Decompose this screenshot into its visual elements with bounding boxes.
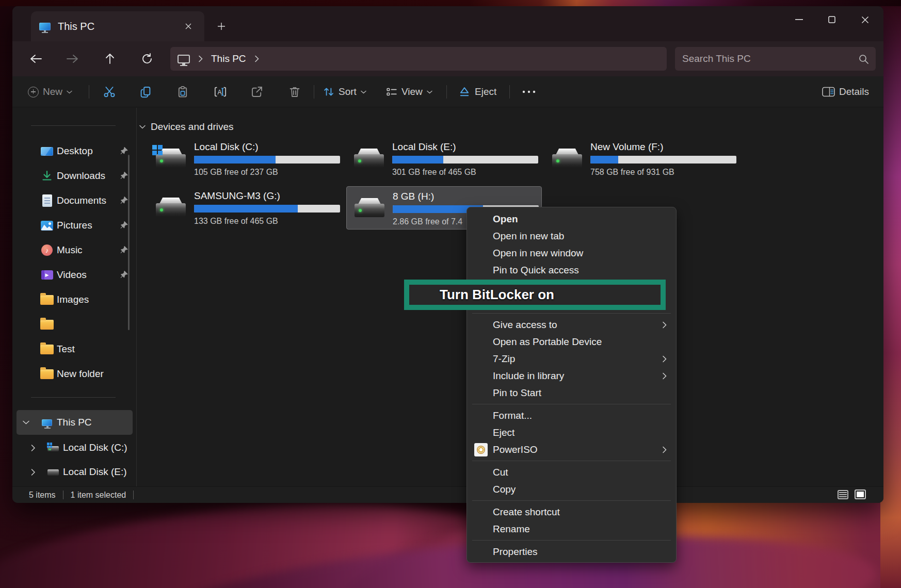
- refresh-button[interactable]: [137, 50, 157, 68]
- sidebar-tree-this-pc[interactable]: This PC: [17, 410, 133, 435]
- menu-item-create-shortcut[interactable]: Create shortcut: [467, 503, 676, 520]
- paste-icon: [176, 86, 189, 98]
- menu-item-open-as-portable-device[interactable]: Open as Portable Device: [467, 333, 676, 350]
- sidebar-item-videos[interactable]: ▶ Videos: [17, 263, 133, 287]
- file-explorer-window: This PC: [12, 6, 883, 503]
- menu-item-7zip[interactable]: 7-Zip: [467, 350, 676, 367]
- paste-button[interactable]: [176, 76, 189, 107]
- hard-drive-icon: [355, 198, 384, 220]
- status-selection-count: 1 item selected: [71, 491, 126, 500]
- minimize-button[interactable]: [782, 6, 815, 33]
- sidebar-divider: [136, 108, 137, 486]
- sidebar-item-pictures[interactable]: Pictures: [17, 213, 133, 238]
- menu-item-cut[interactable]: Cut: [467, 464, 676, 481]
- toolbar-separator: [446, 85, 447, 99]
- folder-icon: [40, 320, 54, 330]
- drive-free-space: 133 GB free of 465 GB: [194, 217, 340, 226]
- menu-item-eject[interactable]: Eject: [467, 424, 676, 441]
- forward-button[interactable]: [63, 50, 83, 68]
- tab-this-pc[interactable]: This PC: [31, 11, 204, 41]
- menu-item-include-in-library[interactable]: Include in library: [467, 367, 676, 384]
- menu-item-copy[interactable]: Copy: [467, 481, 676, 498]
- pictures-icon: [41, 221, 53, 231]
- search-input[interactable]: [682, 53, 859, 64]
- menu-item-format[interactable]: Format...: [467, 407, 676, 424]
- menu-item-turn-bitlocker-on[interactable]: Turn BitLocker on: [440, 287, 554, 303]
- breadcrumb-this-pc[interactable]: This PC: [211, 53, 246, 64]
- hard-drive-icon: [552, 149, 582, 170]
- trash-icon: [288, 86, 301, 98]
- sidebar-item-test[interactable]: Test: [17, 337, 133, 362]
- menu-item-pin-to-quick-access[interactable]: Pin to Quick access: [467, 262, 676, 279]
- sidebar-item-documents[interactable]: Documents: [17, 188, 133, 213]
- more-ellipsis-icon: [522, 90, 536, 93]
- details-button-label: Details: [839, 86, 869, 97]
- submenu-chevron-icon: [662, 321, 667, 329]
- drive-name: Local Disk (C:): [194, 141, 340, 154]
- copy-button[interactable]: [139, 76, 152, 107]
- menu-separator: [472, 404, 671, 404]
- drive-tile-samsung-m3-g[interactable]: SAMSUNG-M3 (G:) 133 GB free of 465 GB: [148, 186, 344, 230]
- back-button[interactable]: [26, 50, 45, 68]
- large-thumbnails-view-toggle-icon[interactable]: [855, 489, 866, 499]
- sidebar-item-music[interactable]: ♪ Music: [17, 238, 133, 263]
- sidebar-item-desktop[interactable]: Desktop: [17, 139, 133, 164]
- sidebar-tree-label: Local Disk (E:): [63, 466, 133, 478]
- share-button[interactable]: [251, 76, 263, 107]
- desktop-icon: [41, 147, 53, 156]
- eject-icon: [458, 86, 471, 98]
- rename-button[interactable]: A: [214, 76, 227, 107]
- menu-item-poweriso[interactable]: PowerISO: [467, 441, 676, 458]
- sidebar-tree-local-disk-e[interactable]: Local Disk (E:): [17, 460, 133, 484]
- sidebar-tree-label: This PC: [57, 417, 133, 428]
- sidebar-item-images[interactable]: Images: [17, 287, 133, 312]
- pin-icon: [120, 271, 128, 279]
- chevron-right-icon[interactable]: [31, 469, 35, 476]
- search-box[interactable]: [675, 47, 876, 71]
- sidebar-item-downloads[interactable]: Downloads: [17, 164, 133, 188]
- menu-item-give-access-to[interactable]: Give access to: [467, 316, 676, 333]
- menu-item-rename[interactable]: Rename: [467, 520, 676, 537]
- eject-button[interactable]: Eject: [458, 76, 496, 107]
- menu-item-pin-to-start[interactable]: Pin to Start: [467, 384, 676, 401]
- menu-item-open[interactable]: Open: [467, 210, 676, 227]
- new-button[interactable]: New: [28, 76, 72, 107]
- menu-item-open-in-new-window[interactable]: Open in new window: [467, 244, 676, 262]
- chevron-down-icon: [139, 125, 146, 129]
- drive-context-menu: Open Open in new tab Open in new window …: [466, 207, 677, 563]
- details-view-toggle-icon[interactable]: [838, 490, 848, 499]
- up-button[interactable]: [100, 50, 120, 68]
- drive-tile-new-volume-f[interactable]: New Volume (F:) 758 GB free of 931 GB: [544, 137, 740, 181]
- menu-item-properties[interactable]: Properties: [467, 543, 676, 560]
- maximize-button[interactable]: [815, 6, 848, 33]
- menu-item-open-in-new-tab[interactable]: Open in new tab: [467, 227, 676, 244]
- chevron-down-icon: [427, 90, 432, 94]
- tab-close-icon[interactable]: [181, 19, 196, 34]
- sidebar-item-folder[interactable]: [17, 312, 133, 337]
- cut-button[interactable]: [103, 76, 116, 107]
- chevron-right-icon[interactable]: [31, 445, 35, 451]
- drive-name: Local Disk (E:): [392, 141, 538, 154]
- sort-button[interactable]: Sort: [323, 76, 366, 107]
- close-button[interactable]: [848, 6, 881, 33]
- delete-button[interactable]: [288, 76, 301, 107]
- sidebar-tree-local-disk-c[interactable]: Local Disk (C:): [17, 435, 133, 460]
- windows-logo-icon: [152, 145, 163, 155]
- details-button[interactable]: Details: [822, 76, 869, 107]
- view-button[interactable]: View: [386, 76, 432, 107]
- this-pc-breadcrumb-icon: [178, 55, 190, 63]
- bitlocker-highlight-annotation[interactable]: Turn BitLocker on: [404, 280, 666, 310]
- sidebar-item-label: Documents: [57, 195, 120, 206]
- drive-tile-local-disk-c[interactable]: Local Disk (C:) 105 GB free of 237 GB: [148, 137, 344, 181]
- more-options-button[interactable]: [522, 76, 536, 107]
- downloads-icon: [41, 170, 53, 182]
- drive-tile-local-disk-e[interactable]: Local Disk (E:) 301 GB free of 465 GB: [346, 137, 542, 181]
- group-header-label: Devices and drives: [151, 121, 234, 133]
- sidebar-item-new-folder[interactable]: New folder: [17, 362, 133, 386]
- chevron-right-icon: [254, 55, 259, 62]
- drive-name: SAMSUNG-M3 (G:): [194, 190, 340, 203]
- new-tab-button[interactable]: [213, 19, 230, 34]
- chevron-down-icon[interactable]: [23, 420, 29, 424]
- address-bar[interactable]: This PC: [170, 47, 667, 71]
- group-header-devices-and-drives[interactable]: Devices and drives: [139, 121, 234, 133]
